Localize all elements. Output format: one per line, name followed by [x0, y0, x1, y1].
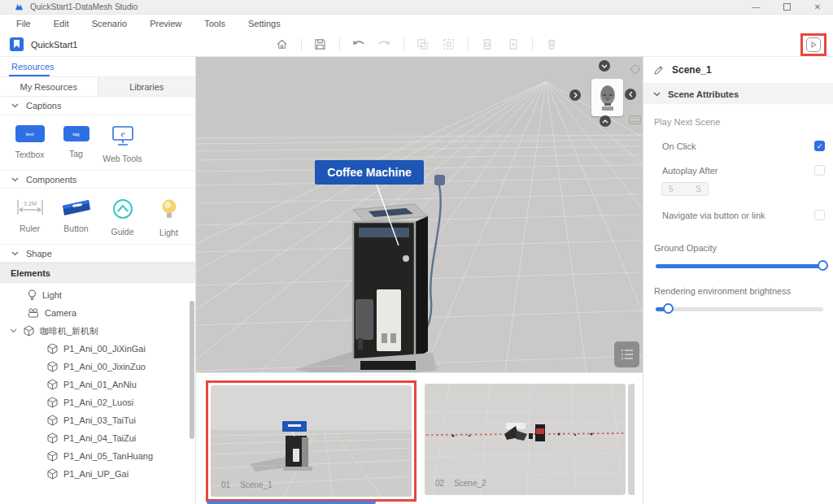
tree-item-label: P1_Ani_00_JiXinGai	[63, 344, 146, 354]
viewport-scene	[196, 57, 643, 372]
chevron-left-icon	[629, 91, 633, 98]
tree-item-child[interactable]: P1_Ani_00_JiXinGai	[0, 340, 195, 358]
autoplay-label: Autoplay After	[662, 166, 718, 176]
gizmo-rotate-left-button[interactable]	[625, 89, 636, 100]
gizmo-reset-button[interactable]	[629, 63, 641, 75]
resource-label: Light	[159, 228, 178, 237]
gizmo-keypad-button[interactable]	[629, 114, 641, 126]
gizmo-rotate-down-button[interactable]	[599, 60, 610, 72]
close-button[interactable]: ✕	[802, 0, 833, 14]
tree-item-child[interactable]: P1_Ani_05_TanHuang	[0, 447, 195, 465]
gizmo-rotate-up-button[interactable]	[600, 115, 611, 127]
menu-edit[interactable]: Edit	[44, 16, 79, 31]
tree-item-child[interactable]: P1_Ani_02_Luosi	[0, 393, 195, 411]
edit-pencil-icon[interactable]	[653, 65, 664, 76]
model-tag-label[interactable]: Coffee Machine	[315, 160, 424, 185]
tab-resources[interactable]: Resources	[11, 62, 55, 72]
maximize-icon	[783, 3, 791, 11]
autoplay-checkbox[interactable]	[814, 165, 825, 176]
scene-inspector: Scene_1 Scene Attributes Play Next Scene…	[643, 57, 833, 504]
component-light[interactable]: Light	[146, 198, 192, 237]
scene-list-button[interactable]	[614, 341, 639, 367]
menu-settings[interactable]: Settings	[238, 16, 290, 31]
autoplay-seconds-unit: S	[696, 185, 701, 193]
lightbulb-icon	[28, 289, 37, 301]
scene-thumbnail-3-partial[interactable]	[628, 384, 635, 495]
redo-button[interactable]	[377, 37, 392, 52]
save-button[interactable]	[313, 37, 328, 52]
ground-opacity-handle[interactable]	[818, 260, 828, 271]
tree-item-child[interactable]: P1_Ani_01_AnNiu	[0, 376, 195, 393]
scene-index: 01	[221, 480, 230, 489]
home-button[interactable]	[275, 37, 290, 52]
tree-item-child[interactable]: P1_Ani_03_TaiTui	[0, 411, 195, 429]
elements-header: Elements	[0, 263, 195, 283]
home-icon	[276, 38, 288, 50]
on-click-checkbox[interactable]: ✓	[814, 141, 825, 151]
tab-libraries[interactable]: Libraries	[98, 77, 196, 96]
cube-icon	[24, 325, 34, 337]
autoplay-seconds-input[interactable]: 5 S	[661, 182, 709, 196]
chevron-down-icon	[11, 103, 19, 108]
keypad-icon	[629, 115, 641, 124]
redo-icon	[377, 40, 391, 50]
section-shape-label: Shape	[26, 249, 52, 259]
gizmo-rotate-right-button[interactable]	[569, 89, 581, 101]
thumbnails-scrollbar[interactable]	[207, 501, 376, 504]
tree-item-light[interactable]: Light	[0, 286, 195, 304]
chevron-down-icon	[601, 64, 608, 68]
section-shape[interactable]: Shape	[0, 244, 195, 263]
cube-icon	[47, 415, 58, 426]
tab-my-resources[interactable]: My Resources	[0, 77, 98, 96]
resource-tag[interactable]: tag Tag	[53, 125, 99, 163]
undo-button[interactable]	[351, 37, 366, 52]
camera-icon	[28, 308, 39, 318]
trash-icon	[546, 38, 557, 50]
resources-tab-underline	[9, 75, 50, 76]
resource-webtools[interactable]: e Web Tools	[99, 125, 146, 163]
menu-preview[interactable]: Preview	[140, 16, 191, 31]
save-icon	[314, 38, 326, 50]
scene-thumbnail-2[interactable]: 02Scene_2	[425, 384, 626, 495]
brightness-handle[interactable]	[663, 303, 674, 314]
section-captions[interactable]: Captions	[0, 97, 195, 115]
play-button[interactable]	[806, 37, 821, 52]
delete-button[interactable]	[544, 37, 559, 52]
tree-item-camera[interactable]: Camera	[0, 304, 195, 322]
tree-item-child[interactable]: P1_Ani_UP_Gai	[0, 465, 195, 483]
tree-item-label: P1_Ani_01_AnNiu	[63, 380, 137, 389]
menu-tools[interactable]: Tools	[194, 16, 235, 31]
3d-viewport[interactable]: Coffee Machine	[196, 57, 643, 372]
section-components[interactable]: Components	[0, 170, 195, 189]
view-gizmo-cube[interactable]	[591, 79, 623, 116]
resource-textbox[interactable]: text Textbox	[7, 125, 53, 163]
cube-icon	[47, 432, 58, 444]
tree-item-child[interactable]: P1_Ani_00_JixinZuo	[0, 358, 195, 376]
minimize-button[interactable]: —	[740, 0, 771, 14]
tree-item-label: P1_Ani_04_TaiZui	[63, 433, 136, 443]
chevron-down-icon	[11, 251, 19, 256]
scene-thumbnail-1[interactable]: 01Scene_1	[211, 385, 412, 497]
maximize-button[interactable]	[771, 0, 802, 14]
tree-item-label: P1_Ani_00_JixinZuo	[63, 362, 146, 371]
tree-item-child[interactable]: P1_Ani_04_TaiZui	[0, 429, 195, 447]
component-ruler[interactable]: 0.2M Ruler	[7, 198, 53, 237]
navigate-checkbox[interactable]	[814, 210, 825, 220]
menu-scenario[interactable]: Scenario	[82, 16, 137, 31]
frame-select-button[interactable]	[442, 37, 456, 52]
cube-icon	[47, 468, 58, 480]
ground-opacity-slider[interactable]	[656, 264, 823, 268]
scene-attributes-header[interactable]: Scene Attributes	[643, 84, 833, 104]
brightness-slider[interactable]	[656, 307, 823, 311]
group-button[interactable]	[416, 37, 430, 52]
project-icon	[10, 37, 24, 51]
ruler-icon: 0.2M	[16, 198, 44, 216]
component-guide[interactable]: Guide	[99, 198, 146, 237]
menu-file[interactable]: File	[7, 16, 41, 31]
copy-button[interactable]	[480, 37, 495, 52]
sidebar-scrollbar[interactable]	[190, 301, 194, 439]
chevron-up-icon	[602, 119, 608, 124]
paste-button[interactable]	[506, 37, 521, 52]
component-button[interactable]: Button	[53, 198, 99, 237]
tree-item-group[interactable]: 咖啡机_新机制	[0, 322, 195, 340]
